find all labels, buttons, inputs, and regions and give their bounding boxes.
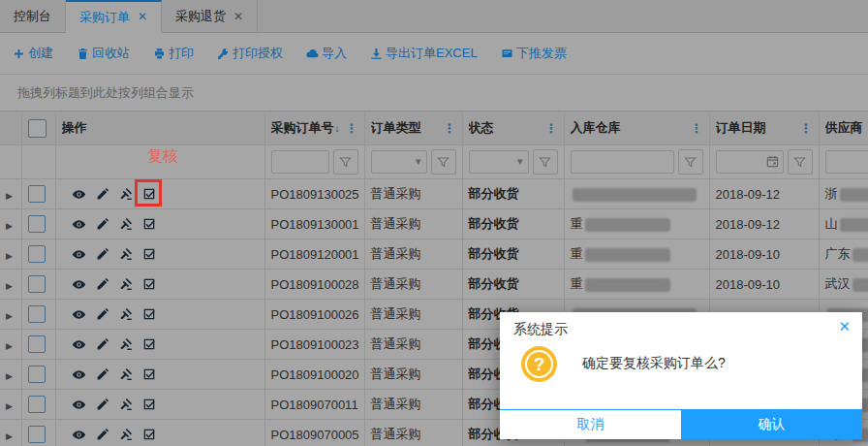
cancel-button[interactable]: 取消 [500, 410, 681, 439]
question-icon: ? [521, 346, 557, 382]
annotation-highlight-box [135, 179, 162, 207]
confirm-button[interactable]: 确认 [681, 410, 862, 439]
dialog-message: 确定要复核采购订单么? [582, 355, 726, 382]
annotation-review-label: 复核 [147, 146, 178, 167]
confirm-dialog: 系统提示 ✕ ? 确定要复核采购订单么? 取消 确认 [500, 312, 862, 439]
close-icon[interactable]: ✕ [838, 319, 851, 334]
dialog-title: 系统提示 [500, 312, 862, 338]
